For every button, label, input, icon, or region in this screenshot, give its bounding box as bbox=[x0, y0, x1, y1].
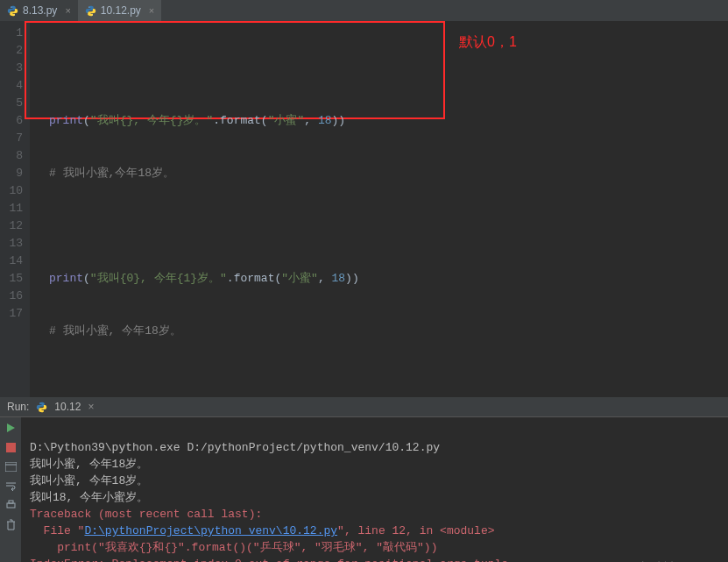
line-gutter: 1 2 3 4 5 6 7 8 9 10 11 12 13 14 15 16 1… bbox=[0, 21, 30, 397]
trash-icon[interactable] bbox=[4, 517, 18, 531]
line-num: 16 bbox=[0, 288, 23, 305]
line-num: 14 bbox=[0, 253, 23, 270]
stop-icon[interactable] bbox=[4, 440, 18, 454]
close-icon[interactable]: × bbox=[88, 401, 94, 413]
layout-icon[interactable] bbox=[4, 459, 18, 473]
python-icon bbox=[85, 5, 96, 17]
line-num: 17 bbox=[0, 305, 23, 323]
tab-label: 8.13.py bbox=[23, 4, 57, 17]
tab-10-12[interactable]: 10.12.py × bbox=[78, 0, 161, 21]
close-icon[interactable]: × bbox=[65, 5, 70, 16]
line-num: 1 bbox=[0, 25, 23, 42]
python-icon bbox=[36, 402, 47, 413]
soft-wrap-icon[interactable] bbox=[4, 479, 18, 493]
line-num: 12 bbox=[0, 217, 23, 235]
svg-rect-7 bbox=[7, 503, 15, 508]
line-num: 11 bbox=[0, 200, 23, 217]
line-num: 5 bbox=[0, 95, 23, 112]
python-icon bbox=[7, 5, 18, 17]
line-num: 6 bbox=[0, 112, 23, 130]
console-output[interactable]: D:\Python39\python.exe D:/pythonProject/… bbox=[21, 417, 728, 562]
tab-8-13[interactable]: 8.13.py × bbox=[0, 0, 78, 21]
print-icon[interactable] bbox=[4, 498, 18, 512]
svg-rect-5 bbox=[5, 462, 17, 472]
run-toolwindow: Run: 10.12 × D:\Python39\python.exe D:/p… bbox=[0, 397, 728, 562]
run-header: Run: 10.12 × bbox=[0, 397, 728, 416]
run-label: Run: bbox=[7, 401, 29, 413]
svg-point-1 bbox=[14, 14, 15, 15]
line-num: 13 bbox=[0, 235, 23, 253]
tab-label: 10.12.py bbox=[101, 4, 141, 17]
run-sidebar bbox=[0, 417, 21, 562]
svg-rect-8 bbox=[9, 501, 13, 503]
line-num: 10 bbox=[0, 182, 23, 200]
line-num: 15 bbox=[0, 270, 23, 288]
annotation-text: 默认0，1 bbox=[459, 33, 517, 51]
line-num: 2 bbox=[0, 42, 23, 60]
editor-tabs: 8.13.py × 10.12.py × bbox=[0, 0, 728, 21]
output-line: 我叫小蜜, 今年18岁。 bbox=[30, 474, 148, 487]
line-num: 9 bbox=[0, 165, 23, 182]
traceback-line: Traceback (most recent call last): bbox=[30, 508, 262, 521]
close-icon[interactable]: × bbox=[149, 5, 154, 16]
output-line: 我叫18, 今年小蜜岁。 bbox=[30, 491, 148, 504]
line-num: 3 bbox=[0, 60, 23, 77]
line-num: 4 bbox=[0, 77, 23, 95]
svg-point-2 bbox=[88, 6, 89, 7]
code-area[interactable]: 默认0，1 print("我叫{}, 今年{}岁。".format("小蜜", … bbox=[30, 21, 728, 397]
file-link[interactable]: D:\pythonProject\python_venv\10.12.py bbox=[84, 524, 337, 537]
editor: 1 2 3 4 5 6 7 8 9 10 11 12 13 14 15 16 1… bbox=[0, 21, 728, 397]
rerun-icon[interactable] bbox=[4, 421, 18, 435]
cmd-line: D:\Python39\python.exe D:/pythonProject/… bbox=[30, 441, 440, 454]
line-num: 8 bbox=[0, 147, 23, 165]
error-line: IndexError: Replacement index 0 out of r… bbox=[30, 558, 508, 562]
svg-rect-4 bbox=[6, 443, 16, 452]
traceback-line: print("我喜欢{}和{}".format()("乒乓球", "羽毛球", … bbox=[30, 541, 437, 554]
svg-point-3 bbox=[91, 14, 92, 15]
highlight-box bbox=[25, 21, 445, 119]
svg-point-0 bbox=[11, 6, 11, 7]
line-num: 7 bbox=[0, 130, 23, 147]
run-tab[interactable]: 10.12 bbox=[54, 401, 81, 413]
output-line: 我叫小蜜, 今年18岁。 bbox=[30, 458, 148, 471]
